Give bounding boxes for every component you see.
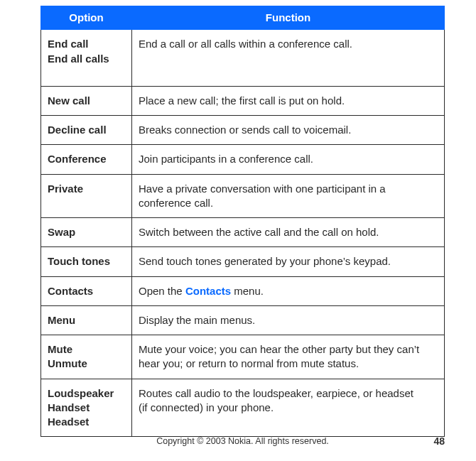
- option-cell: MuteUnmute: [41, 335, 132, 379]
- option-text: Decline call: [48, 123, 125, 137]
- table-header-row: Option Function: [41, 6, 445, 30]
- option-text: Touch tones: [48, 254, 125, 269]
- option-cell: Touch tones: [41, 247, 132, 276]
- option-cell: Contacts: [41, 276, 132, 305]
- options-table: Option Function End callEnd all callsEnd…: [40, 6, 445, 437]
- option-cell: Decline call: [41, 116, 132, 145]
- option-text: Loudspeaker: [48, 386, 125, 401]
- option-text: Mute: [48, 342, 125, 357]
- table-row: Touch tonesSend touch tones generated by…: [41, 247, 445, 276]
- table-row: SwapSwitch between the active call and t…: [41, 218, 445, 247]
- function-text: Place a new call; the first call is put …: [139, 94, 345, 107]
- table-row: LoudspeakerHandsetHeadsetRoutes call aud…: [41, 379, 445, 437]
- option-text: Swap: [48, 225, 125, 239]
- function-cell: End a call or all calls within a confere…: [132, 30, 445, 87]
- option-text: Menu: [48, 313, 125, 327]
- function-text: Join participants in a conference call.: [139, 153, 313, 165]
- table-row: End callEnd all callsEnd a call or all c…: [41, 30, 445, 87]
- option-cell: End callEnd all calls: [41, 30, 132, 87]
- function-cell: Breaks connection or sends call to voice…: [132, 116, 445, 145]
- function-text: Breaks connection or sends call to voice…: [139, 124, 351, 136]
- option-text: End call: [48, 37, 125, 51]
- page-footer: Copyright © 2003 Nokia. All rights reser…: [40, 435, 445, 447]
- table-row: MenuDisplay the main menus.: [41, 305, 445, 335]
- option-cell: Menu: [41, 305, 132, 335]
- option-cell: Conference: [41, 145, 132, 174]
- function-cell: Send touch tones generated by your phone…: [132, 247, 445, 276]
- table-row: Decline callBreaks connection or sends c…: [41, 116, 445, 145]
- function-text: Send touch tones generated by your phone…: [139, 255, 391, 267]
- option-text: Headset: [48, 415, 125, 429]
- function-text: Mute your voice; you can hear the other …: [139, 343, 419, 369]
- table-row: PrivateHave a private conversation with …: [41, 174, 445, 218]
- table-row: New callPlace a new call; the first call…: [41, 86, 445, 115]
- function-cell: Place a new call; the first call is put …: [132, 86, 445, 115]
- function-text: (if connected) in your phone.: [139, 401, 274, 413]
- page-container: Option Function End callEnd all callsEnd…: [0, 0, 476, 437]
- option-text: End all calls: [48, 52, 125, 66]
- option-cell: LoudspeakerHandsetHeadset: [41, 379, 132, 437]
- header-function: Function: [132, 6, 445, 30]
- function-text: Switch between the active call and the c…: [139, 226, 379, 238]
- function-cell: Open the Contacts menu.: [132, 276, 445, 305]
- option-cell: Swap: [41, 218, 132, 247]
- function-text: Have a private conversation with one par…: [139, 183, 386, 209]
- function-text: End a call or all calls within a confere…: [139, 38, 352, 50]
- option-cell: New call: [41, 86, 132, 115]
- function-text: Display the main menus.: [139, 314, 255, 326]
- function-cell: Join participants in a conference call.: [132, 145, 445, 174]
- option-text: Contacts: [48, 284, 125, 298]
- option-text: New call: [48, 94, 125, 108]
- footer-page-number: 48: [423, 435, 445, 447]
- option-text: Conference: [48, 152, 125, 166]
- option-text: Unmute: [48, 357, 125, 371]
- function-cell: Switch between the active call and the c…: [132, 218, 445, 247]
- table-row: ConferenceJoin participants in a confere…: [41, 145, 445, 174]
- function-cell: Routes call audio to the loudspeaker, ea…: [132, 379, 445, 437]
- header-option: Option: [41, 6, 132, 30]
- option-cell: Private: [41, 174, 132, 218]
- function-text: Routes call audio to the loudspeaker, ea…: [139, 387, 413, 399]
- option-text: Private: [48, 182, 125, 196]
- function-cell: Have a private conversation with one par…: [132, 174, 445, 218]
- footer-copyright: Copyright © 2003 Nokia. All rights reser…: [62, 436, 423, 446]
- function-text: menu.: [231, 285, 264, 297]
- contacts-link[interactable]: Contacts: [185, 285, 231, 297]
- function-text: Open the: [139, 285, 185, 297]
- option-text: Handset: [48, 401, 125, 415]
- table-row: ContactsOpen the Contacts menu.: [41, 276, 445, 305]
- function-cell: Display the main menus.: [132, 305, 445, 335]
- function-cell: Mute your voice; you can hear the other …: [132, 335, 445, 379]
- table-row: MuteUnmuteMute your voice; you can hear …: [41, 335, 445, 379]
